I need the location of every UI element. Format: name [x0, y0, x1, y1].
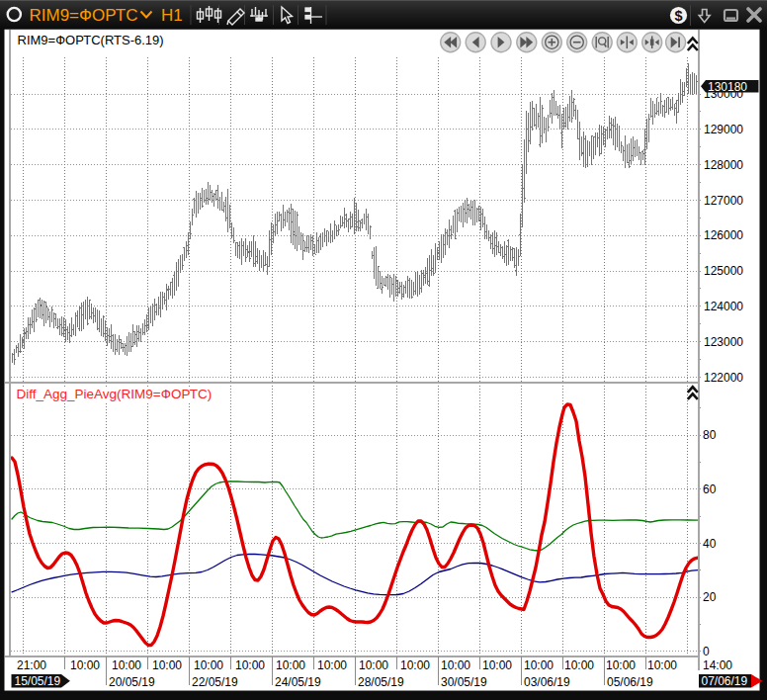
svg-text:60: 60 — [703, 482, 717, 496]
svg-text:10:00: 10:00 — [482, 658, 512, 672]
svg-text:10:00: 10:00 — [70, 658, 100, 672]
svg-text:RIM9=ФОРТС(RTS-6.19): RIM9=ФОРТС(RTS-6.19) — [18, 33, 164, 47]
svg-text:125000: 125000 — [704, 264, 743, 278]
svg-text:128000: 128000 — [704, 158, 743, 172]
svg-text:10:00: 10:00 — [276, 658, 305, 672]
svg-text:03/06/19: 03/06/19 — [524, 675, 570, 689]
svg-text:14:00: 14:00 — [703, 658, 732, 672]
svg-text:20/05/19: 20/05/19 — [109, 675, 155, 689]
svg-text:07/06/19: 07/06/19 — [702, 674, 748, 688]
svg-text:130180: 130180 — [708, 80, 747, 94]
svg-text:10:00: 10:00 — [524, 658, 554, 672]
svg-text:15/05/19: 15/05/19 — [15, 674, 61, 688]
svg-text:H1: H1 — [161, 6, 183, 25]
svg-text:20: 20 — [703, 590, 717, 604]
svg-text:22/05/19: 22/05/19 — [192, 675, 238, 689]
svg-text:28/05/19: 28/05/19 — [358, 675, 404, 689]
svg-text:10:00: 10:00 — [441, 658, 470, 672]
svg-text:80: 80 — [703, 428, 717, 442]
svg-text:10:00: 10:00 — [152, 658, 182, 672]
svg-text:123000: 123000 — [704, 335, 743, 349]
svg-text:21:00: 21:00 — [17, 658, 46, 672]
svg-text:10:00: 10:00 — [564, 658, 594, 672]
svg-text:122000: 122000 — [704, 371, 743, 385]
svg-text:05/06/19: 05/06/19 — [607, 675, 653, 689]
svg-text:RIM9=ФОРТС: RIM9=ФОРТС — [30, 6, 138, 25]
svg-text:10:00: 10:00 — [400, 658, 430, 672]
svg-text:126000: 126000 — [704, 228, 743, 242]
svg-text:124000: 124000 — [704, 300, 743, 313]
svg-text:127000: 127000 — [704, 194, 743, 208]
svg-text:Diff_Agg_PieAvg(RIM9=ФОРТС): Diff_Agg_PieAvg(RIM9=ФОРТС) — [17, 387, 213, 401]
svg-text:24/05/19: 24/05/19 — [275, 675, 321, 689]
svg-text:40: 40 — [703, 537, 717, 551]
svg-text:10:00: 10:00 — [235, 658, 265, 672]
svg-text:10:00: 10:00 — [647, 658, 677, 672]
svg-text:10:00: 10:00 — [194, 658, 223, 672]
svg-text:10:00: 10:00 — [359, 658, 388, 672]
svg-text:129000: 129000 — [704, 123, 743, 136]
svg-text:30/05/19: 30/05/19 — [441, 675, 487, 689]
svg-text:10:00: 10:00 — [317, 658, 347, 672]
svg-text:10:00: 10:00 — [606, 658, 636, 672]
svg-text:10:00: 10:00 — [112, 658, 141, 672]
svg-text:0: 0 — [703, 645, 710, 658]
svg-text:$: $ — [674, 8, 682, 24]
